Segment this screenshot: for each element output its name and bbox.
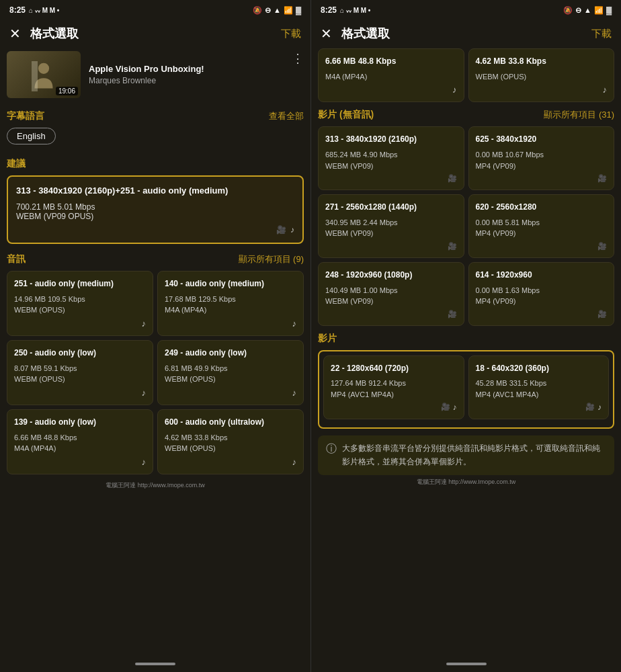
time-right: 8:25 bbox=[321, 5, 337, 15]
video-card-3-footer: 🎥 bbox=[476, 242, 608, 251]
video-card-1-meta2: MP4 (VP09) bbox=[476, 161, 608, 172]
audio-card-1-meta2: M4A (MP4A) bbox=[165, 304, 296, 316]
minus-icon: ⊖ bbox=[265, 6, 271, 15]
signal-icon: 📶 bbox=[284, 6, 293, 15]
rec-meta-2: WEBM (VP09 OPUS) bbox=[16, 212, 294, 221]
video-card-1-meta1: 0.00 MB 10.67 Mbps bbox=[476, 149, 608, 161]
audio-card-0-footer: ♪ bbox=[14, 319, 146, 329]
video-card-5-meta1: 0.00 MB 1.63 Mbps bbox=[476, 285, 608, 296]
video-audio-card-1-title: 18 - 640x320 (360p) bbox=[476, 363, 602, 374]
header-left-group: ✕ 格式選取 bbox=[9, 26, 79, 42]
video-card-4-meta2: WEBM (VP09) bbox=[325, 296, 457, 307]
battery-icon: ▓ bbox=[296, 6, 301, 14]
video-audio-card-0-footer: 🎥 ♪ bbox=[331, 403, 457, 412]
audio-card-4-meta1: 6.66 MB 48.8 Kbps bbox=[14, 432, 146, 444]
close-button-right[interactable]: ✕ bbox=[321, 26, 332, 42]
top-audio-card-1[interactable]: 4.62 MB 33.8 Kbps WEBM (OPUS) ♪ bbox=[468, 48, 615, 102]
video-card-0-meta1: 685.24 MB 4.90 Mbps bbox=[325, 149, 457, 161]
video-meta: Apple Vision Pro Unboxing! Marques Brown… bbox=[89, 64, 284, 85]
audio-card-5[interactable]: 600 - audio only (ultralow) 4.62 MB 33.8… bbox=[157, 409, 304, 474]
minus-icon-r: ⊖ bbox=[575, 6, 581, 15]
time-left: 8:25 bbox=[9, 5, 26, 15]
audio-card-0-title: 251 - audio only (medium) bbox=[14, 278, 146, 290]
watermark-left: 電腦王阿達 http://www.Imope.com.tw bbox=[7, 478, 304, 491]
audio-section-header: 音訊 顯示所有項目 (9) bbox=[7, 253, 304, 265]
wifi-icon: ▲ bbox=[274, 6, 281, 14]
video-card-0[interactable]: 313 - 3840x1920 (2160p) 685.24 MB 4.90 M… bbox=[318, 126, 464, 190]
video-audio-card-1[interactable]: 18 - 640x320 (360p) 45.28 MB 331.5 Kbps … bbox=[468, 355, 610, 420]
video-show-all[interactable]: 顯示所有項目 (31) bbox=[544, 109, 614, 121]
language-chip[interactable]: English bbox=[7, 128, 56, 144]
audio-card-3[interactable]: 249 - audio only (low) 6.81 MB 49.9 Kbps… bbox=[157, 340, 304, 405]
download-button-left[interactable]: 下載 bbox=[281, 28, 301, 40]
video-thumbnail[interactable]: 19:06 bbox=[7, 51, 81, 98]
video-more-button[interactable]: ⋮ bbox=[292, 51, 304, 66]
video-card-5-title: 614 - 1920x960 bbox=[476, 269, 608, 281]
video-card-3[interactable]: 620 - 2560x1280 0.00 MB 5.81 Mbps MP4 (V… bbox=[468, 194, 615, 258]
video-card-4-meta1: 140.49 MB 1.00 Mbps bbox=[325, 285, 457, 296]
right-panel-content: 6.66 MB 48.8 Kbps M4A (MP4A) ♪ 4.62 MB 3… bbox=[311, 48, 621, 659]
status-bar-right: 8:25 ⌂ ᵥᵥ M M • 🔕 ⊖ ▲ 📶 ▓ bbox=[311, 0, 621, 19]
status-time-right: 8:25 ⌂ ᵥᵥ M M • bbox=[321, 5, 370, 15]
watermark-right: 電腦王阿達 http://www.Imope.com.tw bbox=[318, 475, 614, 488]
mute-icon-r: 🔕 bbox=[563, 6, 573, 15]
recommended-box[interactable]: 313 - 3840x1920 (2160p)+251 - audio only… bbox=[7, 175, 304, 244]
video-author: Marques Brownlee bbox=[89, 76, 284, 85]
video-cards-grid: 313 - 3840x1920 (2160p) 685.24 MB 4.90 M… bbox=[318, 126, 614, 325]
subtitle-section-header: 字幕語言 查看全部 bbox=[7, 110, 304, 122]
video-card-4[interactable]: 248 - 1920x960 (1080p) 140.49 MB 1.00 Mb… bbox=[318, 262, 464, 326]
video-audio-section-header: 影片 bbox=[318, 333, 614, 345]
video-card-5-footer: 🎥 bbox=[476, 310, 608, 319]
camera-icon-va1: 🎥 bbox=[585, 403, 595, 412]
video-card-1[interactable]: 625 - 3840x1920 0.00 MB 10.67 Mbps MP4 (… bbox=[468, 126, 615, 190]
camera-icon-v2: 🎥 bbox=[448, 242, 457, 251]
subtitle-view-all[interactable]: 查看全部 bbox=[269, 110, 304, 122]
video-card-3-title: 620 - 2560x1280 bbox=[476, 202, 608, 213]
download-button-right[interactable]: 下載 bbox=[591, 28, 612, 40]
wifi-icon-r: ▲ bbox=[584, 6, 591, 14]
page-title-left: 格式選取 bbox=[30, 26, 79, 42]
video-card-5[interactable]: 614 - 1920x960 0.00 MB 1.63 Mbps MP4 (VP… bbox=[468, 262, 615, 326]
status-icons-right: 🔕 ⊖ ▲ 📶 ▓ bbox=[563, 6, 612, 15]
top-audio-card-0[interactable]: 6.66 MB 48.8 Kbps M4A (MP4A) ♪ bbox=[318, 48, 464, 102]
video-card-2-footer: 🎥 bbox=[325, 242, 457, 251]
rec-icons: 🎥 ♪ bbox=[16, 225, 294, 235]
video-card-2[interactable]: 271 - 2560x1280 (1440p) 340.95 MB 2.44 M… bbox=[318, 194, 464, 258]
rec-format-title: 313 - 3840x1920 (2160p)+251 - audio only… bbox=[16, 185, 294, 197]
video-audio-card-1-meta1: 45.28 MB 331.5 Kbps bbox=[476, 378, 602, 389]
svg-point-0 bbox=[38, 63, 49, 74]
video-card-4-footer: 🎥 bbox=[325, 310, 457, 319]
left-panel: 8:25 ⌂ ᵥᵥ M M • 🔕 ⊖ ▲ 📶 ▓ ✕ 格式選取 下載 bbox=[0, 0, 310, 672]
video-audio-card-1-footer: 🎥 ♪ bbox=[476, 403, 602, 412]
camera-icon-v3: 🎥 bbox=[597, 242, 607, 251]
battery-icon-r: ▓ bbox=[606, 6, 612, 14]
header-right: ✕ 格式選取 下載 bbox=[311, 19, 621, 48]
audio-card-1[interactable]: 140 - audio only (medium) 17.68 MB 129.5… bbox=[157, 271, 304, 336]
video-card-5-meta2: MP4 (VP09) bbox=[476, 296, 608, 307]
audio-card-5-title: 600 - audio only (ultralow) bbox=[165, 417, 296, 428]
video-section-header: 影片 (無音訊) 顯示所有項目 (31) bbox=[318, 109, 614, 121]
audio-card-4[interactable]: 139 - audio only (low) 6.66 MB 48.8 Kbps… bbox=[7, 409, 153, 474]
audio-card-5-meta2: WEBM (OPUS) bbox=[165, 443, 296, 454]
music-icon-va0: ♪ bbox=[453, 403, 457, 412]
audio-card-2[interactable]: 250 - audio only (low) 8.07 MB 59.1 Kbps… bbox=[7, 340, 153, 405]
home-indicator-left bbox=[135, 663, 175, 665]
audio-card-5-meta1: 4.62 MB 33.8 Kbps bbox=[165, 432, 296, 444]
music-icon-2: ♪ bbox=[142, 388, 147, 398]
top-audio-card-1-meta: WEBM (OPUS) bbox=[476, 71, 608, 83]
video-audio-card-0-title: 22 - 1280x640 (720p) bbox=[331, 363, 457, 374]
music-icon-1: ♪ bbox=[292, 319, 297, 329]
audio-card-5-footer: ♪ bbox=[165, 457, 296, 467]
audio-card-3-title: 249 - audio only (low) bbox=[165, 347, 296, 359]
signal-icon-r: 📶 bbox=[594, 6, 604, 15]
video-audio-card-0[interactable]: 22 - 1280x640 (720p) 127.64 MB 912.4 Kbp… bbox=[323, 355, 464, 420]
audio-card-2-meta1: 8.07 MB 59.1 Kbps bbox=[14, 363, 146, 374]
close-button-left[interactable]: ✕ bbox=[9, 26, 21, 42]
audio-card-0[interactable]: 251 - audio only (medium) 14.96 MB 109.5… bbox=[7, 271, 153, 336]
video-card-4-title: 248 - 1920x960 (1080p) bbox=[325, 269, 457, 281]
camera-icon-v4: 🎥 bbox=[448, 310, 457, 319]
audio-card-3-footer: ♪ bbox=[165, 388, 296, 398]
audio-card-1-meta1: 17.68 MB 129.5 Kbps bbox=[165, 294, 296, 305]
audio-show-all[interactable]: 顯示所有項目 (9) bbox=[239, 253, 304, 265]
video-audio-title: 影片 bbox=[318, 333, 337, 345]
